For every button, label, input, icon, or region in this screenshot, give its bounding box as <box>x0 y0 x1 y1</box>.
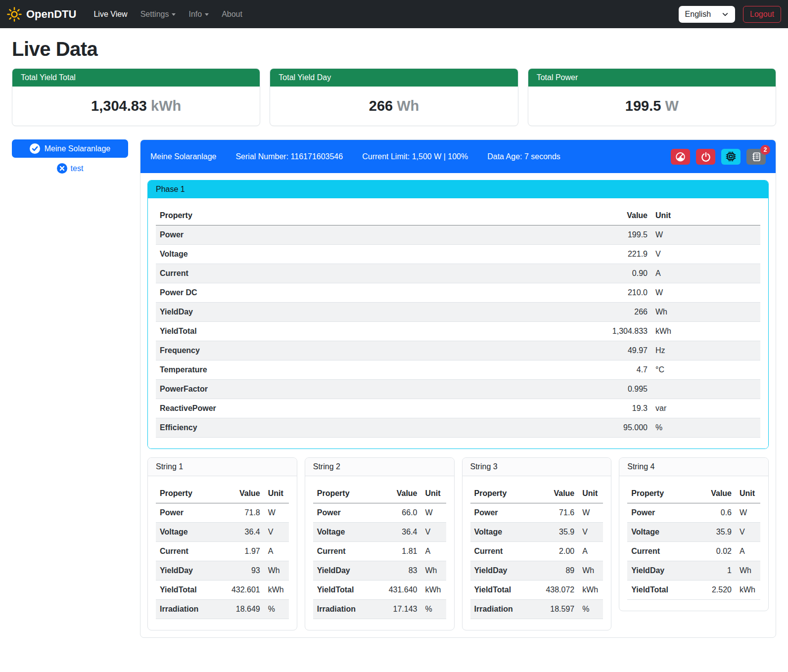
string-2-table: Property Value Unit Power66.0W Voltage36… <box>313 484 446 619</box>
string-3-header: String 3 <box>463 458 611 476</box>
device-info-button[interactable] <box>721 149 741 165</box>
inverter-link-test[interactable]: test <box>12 163 128 174</box>
table-row: YieldTotal431.640kWh <box>313 581 446 600</box>
inverter-card: Meine Solaranlage Serial Number: 1161716… <box>140 139 776 638</box>
table-row: Current0.90A <box>156 264 760 283</box>
nav-item-settings[interactable]: Settings <box>134 6 183 23</box>
card-total-yield-day: Total Yield Day 266Wh <box>270 68 518 126</box>
top-navbar: OpenDTU Live View Settings Info About En… <box>0 0 788 28</box>
nav-item-about[interactable]: About <box>215 6 249 23</box>
total-yield-day-unit: Wh <box>397 98 419 114</box>
total-power-unit: W <box>665 98 678 114</box>
inverter-data-age: Data Age: 7 seconds <box>487 152 560 161</box>
summary-cards-row: Total Yield Total 1,304.83kWh Total Yiel… <box>12 68 776 126</box>
table-row: Temperature4.7°C <box>156 360 760 380</box>
card-total-power: Total Power 199.5W <box>528 68 776 126</box>
brand[interactable]: OpenDTU <box>7 7 76 22</box>
card-header: Total Power <box>528 69 776 87</box>
string-2-header: String 2 <box>305 458 454 476</box>
inverter-button-meine-solaranlage[interactable]: Meine Solaranlage <box>12 139 128 158</box>
inverter-action-buttons: 2 <box>671 149 766 165</box>
table-row: Voltage221.9V <box>156 245 760 264</box>
dropdown-caret-icon <box>205 13 209 16</box>
phase-1-header: Phase 1 <box>148 180 768 198</box>
total-yield-total-value: 1,304.83 <box>91 98 147 114</box>
page-title: Live Data <box>12 38 776 60</box>
string-1-card: String 1 Property Value Unit Power71.8W <box>147 457 297 630</box>
string-1-table: Property Value Unit Power71.8W Voltage36… <box>156 484 289 619</box>
inverter-sidebar: Meine Solaranlage test <box>12 139 128 174</box>
nav-item-info[interactable]: Info <box>182 6 215 23</box>
table-row: Irradiation18.649% <box>156 600 289 619</box>
x-circle-icon <box>57 163 67 174</box>
strings-row: String 1 Property Value Unit Power71.8W <box>147 457 769 630</box>
event-log-button[interactable]: 2 <box>746 149 766 165</box>
cpu-icon <box>726 151 736 162</box>
brand-label: OpenDTU <box>26 8 76 21</box>
speedometer-icon <box>675 151 686 162</box>
table-row: YieldDay1Wh <box>627 561 760 581</box>
event-count-badge: 2 <box>760 145 770 155</box>
total-yield-total-unit: kWh <box>151 98 181 114</box>
phase-1-table: Property Value Unit Power199.5W Voltage2… <box>156 206 760 438</box>
table-row: Voltage35.9V <box>627 523 760 542</box>
limit-settings-button[interactable] <box>671 149 690 165</box>
inverter-card-header: Meine Solaranlage Serial Number: 1161716… <box>140 140 776 173</box>
sun-logo-icon <box>7 7 22 22</box>
inverter-name: Meine Solaranlage <box>150 152 216 161</box>
table-row: Power199.5W <box>156 225 760 245</box>
inverter-limit: Current Limit: 1,500 W | 100% <box>362 152 468 161</box>
table-row: Power0.6W <box>627 503 760 523</box>
table-row: Voltage36.4V <box>156 523 289 542</box>
table-row: YieldDay93Wh <box>156 561 289 581</box>
table-row: Power66.0W <box>313 503 446 523</box>
power-toggle-button[interactable] <box>696 149 715 165</box>
table-row: ReactivePower19.3var <box>156 399 760 418</box>
table-row: YieldDay266Wh <box>156 303 760 322</box>
inverter-button-label: Meine Solaranlage <box>45 144 110 153</box>
table-row: YieldDay83Wh <box>313 561 446 581</box>
table-header-row: Property Value Unit <box>156 206 760 225</box>
table-row: YieldDay89Wh <box>470 561 603 581</box>
journal-icon <box>751 152 761 162</box>
table-row: YieldTotal1,304.833kWh <box>156 322 760 341</box>
string-3-table: Property Value Unit Power71.6W Voltage35… <box>470 484 603 619</box>
table-row: YieldTotal2.520kWh <box>627 581 760 600</box>
table-row: Power71.6W <box>470 503 603 523</box>
check-circle-icon <box>30 143 40 154</box>
table-row: Current1.97A <box>156 542 289 561</box>
language-selected-value: English <box>685 10 711 19</box>
total-yield-day-value: 266 <box>369 98 393 114</box>
inverter-link-label: test <box>71 164 84 173</box>
nav-links: Live View Settings Info About <box>87 6 249 23</box>
table-row: Voltage36.4V <box>313 523 446 542</box>
string-2-card: String 2 Property Value Unit Power66.0W <box>305 457 455 630</box>
chevron-down-icon <box>722 11 729 18</box>
inverter-serial: Serial Number: 116171603546 <box>235 152 343 161</box>
navbar-right: English Logout <box>679 6 781 23</box>
string-1-header: String 1 <box>148 458 297 476</box>
string-4-card: String 4 Property Value Unit Power0.6W <box>619 457 769 611</box>
string-4-table: Property Value Unit Power0.6W Voltage35.… <box>627 484 760 600</box>
table-row: Frequency49.97Hz <box>156 341 760 360</box>
string-3-card: String 3 Property Value Unit Power71.6W <box>462 457 612 630</box>
logout-button[interactable]: Logout <box>743 6 781 23</box>
table-row: Irradiation18.597% <box>470 600 603 619</box>
nav-item-live-view[interactable]: Live View <box>87 6 134 23</box>
table-row: Current0.02A <box>627 542 760 561</box>
table-row: Current1.81A <box>313 542 446 561</box>
total-power-value: 199.5 <box>625 98 661 114</box>
table-row: Current2.00A <box>470 542 603 561</box>
dropdown-caret-icon <box>172 13 176 16</box>
language-select[interactable]: English <box>679 6 735 23</box>
card-total-yield-total: Total Yield Total 1,304.83kWh <box>12 68 260 126</box>
power-icon <box>701 152 711 162</box>
card-header: Total Yield Day <box>270 69 517 87</box>
phase-1-card: Phase 1 Property Value Unit <box>147 180 769 449</box>
table-row: YieldTotal432.601kWh <box>156 581 289 600</box>
table-row: YieldTotal438.072kWh <box>470 581 603 600</box>
string-4-header: String 4 <box>619 458 768 476</box>
table-row: Voltage35.9V <box>470 523 603 542</box>
table-row: Efficiency95.000% <box>156 418 760 438</box>
table-row: Power71.8W <box>156 503 289 523</box>
